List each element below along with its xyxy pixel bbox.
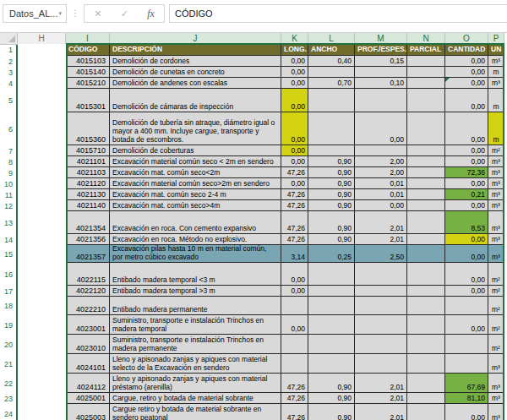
- cell-M15[interactable]: 2,50: [355, 245, 407, 263]
- cell-L22[interactable]: 0,90: [308, 374, 355, 393]
- cell-I24[interactable]: 4025003: [66, 404, 110, 420]
- cell-H20[interactable]: [18, 335, 66, 354]
- cell-L1[interactable]: ANCHO: [308, 44, 355, 56]
- cell-O1[interactable]: CANTIDAD: [445, 44, 488, 56]
- cell-M20[interactable]: [355, 335, 407, 354]
- cell-O5[interactable]: 0,00: [445, 89, 488, 112]
- cell-L9[interactable]: 0,90: [308, 167, 355, 178]
- cell-O7[interactable]: 0,00: [445, 145, 488, 156]
- row-header-12[interactable]: 12: [0, 200, 18, 211]
- cell-K24[interactable]: 47,26: [281, 404, 308, 420]
- cell-I19[interactable]: 4023001: [66, 315, 110, 335]
- cell-H9[interactable]: [18, 167, 66, 178]
- row-header-3[interactable]: 3: [0, 67, 18, 78]
- name-box-dropdown-icon[interactable]: ▾: [58, 10, 62, 17]
- row-header-22[interactable]: 22: [0, 374, 18, 393]
- cell-N4[interactable]: [407, 78, 445, 89]
- cell-O19[interactable]: 0,00: [445, 315, 488, 335]
- cell-M19[interactable]: [355, 315, 407, 335]
- cell-P22[interactable]: m³: [488, 374, 504, 393]
- row-header-7[interactable]: 7: [0, 145, 18, 156]
- cell-H23[interactable]: [18, 393, 66, 404]
- cell-H2[interactable]: [18, 56, 66, 67]
- cell-M23[interactable]: 2,01: [355, 393, 407, 404]
- cell-H5[interactable]: [18, 89, 66, 112]
- cell-M17[interactable]: [355, 286, 407, 297]
- cell-O2[interactable]: 0,00: [445, 56, 488, 67]
- column-header-O[interactable]: O: [445, 33, 488, 45]
- row-header-20[interactable]: 20: [0, 335, 18, 354]
- cell-M24[interactable]: 2,01: [355, 404, 407, 420]
- cell-K3[interactable]: 0,00: [281, 67, 308, 78]
- cell-I4[interactable]: 4015210: [66, 78, 110, 89]
- cell-N1[interactable]: PARCIAL: [407, 44, 445, 56]
- cell-I2[interactable]: 4015103: [66, 56, 110, 67]
- cell-M1[interactable]: PROF./ESPES.: [355, 44, 407, 56]
- cell-L3[interactable]: [308, 67, 355, 78]
- cell-L24[interactable]: 0,90: [308, 404, 355, 420]
- cell-J11[interactable]: Excavación mat. común seco 2-4 m: [110, 189, 281, 200]
- cell-P14[interactable]: m³: [488, 234, 504, 245]
- column-header-I[interactable]: I: [66, 33, 110, 45]
- cell-L6[interactable]: [308, 112, 355, 145]
- cell-I22[interactable]: 4024112: [66, 374, 110, 393]
- row-header-8[interactable]: 8: [0, 156, 18, 167]
- cell-I12[interactable]: 4021140: [66, 200, 110, 211]
- cell-N22[interactable]: [407, 374, 445, 393]
- cell-I21[interactable]: 4024101: [66, 354, 110, 374]
- cell-M6[interactable]: 0,00: [355, 112, 407, 145]
- cell-O20[interactable]: [445, 335, 488, 354]
- cell-O10[interactable]: 0,00: [445, 178, 488, 189]
- cell-K20[interactable]: [281, 335, 308, 354]
- cell-H19[interactable]: [18, 315, 66, 335]
- row-header-2[interactable]: 2: [0, 56, 18, 67]
- cell-H14[interactable]: [18, 234, 66, 245]
- cell-J22[interactable]: Lleno y apisonado zanjas y apiques con m…: [110, 374, 281, 393]
- cell-P17[interactable]: m²: [488, 286, 504, 297]
- cell-P4[interactable]: m³: [488, 78, 504, 89]
- cell-N11[interactable]: [407, 189, 445, 200]
- cell-I1[interactable]: CÓDIGO: [66, 44, 110, 56]
- cell-N9[interactable]: [407, 167, 445, 178]
- cell-K7[interactable]: 0,00: [281, 145, 308, 156]
- cell-K23[interactable]: 47,26: [281, 393, 308, 404]
- cell-L7[interactable]: [308, 145, 355, 156]
- cell-N5[interactable]: [407, 89, 445, 112]
- cell-J9[interactable]: Excavación mat. común seco<2m: [110, 167, 281, 178]
- cell-O14[interactable]: 0,00: [445, 234, 488, 245]
- cell-H21[interactable]: [18, 354, 66, 374]
- cell-P3[interactable]: m: [488, 67, 504, 78]
- cell-K9[interactable]: 47,26: [281, 167, 308, 178]
- cell-L18[interactable]: [308, 297, 355, 315]
- row-header-23[interactable]: 23: [0, 393, 18, 404]
- cell-O24[interactable]: 0,00: [445, 404, 488, 420]
- cell-J14[interactable]: Excavación en roca. Método no explosivo.: [110, 234, 281, 245]
- column-header-M[interactable]: M: [355, 33, 407, 45]
- cell-L19[interactable]: [308, 315, 355, 335]
- cell-K1[interactable]: LONG.: [281, 44, 308, 56]
- cell-L21[interactable]: [308, 354, 355, 374]
- cell-M16[interactable]: [355, 263, 407, 286]
- cell-K21[interactable]: [281, 354, 308, 374]
- cell-I16[interactable]: 4022115: [66, 263, 110, 286]
- cell-N20[interactable]: [407, 335, 445, 354]
- row-header-15[interactable]: 15: [0, 245, 18, 263]
- cell-P5[interactable]: m: [488, 89, 504, 112]
- cell-J10[interactable]: Excavación material común seco>2m en sen…: [110, 178, 281, 189]
- cell-P16[interactable]: m²: [488, 263, 504, 286]
- cell-J5[interactable]: Demolición de cámaras de inspección: [110, 89, 281, 112]
- cell-P12[interactable]: m³: [488, 200, 504, 211]
- select-all-corner[interactable]: [0, 33, 18, 45]
- cell-I17[interactable]: 4022120: [66, 286, 110, 297]
- cell-J19[interactable]: Suministro, transporte e instalación Tri…: [110, 315, 281, 335]
- cell-K2[interactable]: 0,00: [281, 56, 308, 67]
- cell-O8[interactable]: 0,00: [445, 156, 488, 167]
- cell-L13[interactable]: 0,90: [308, 211, 355, 234]
- cell-J13[interactable]: Excavación en roca. Con cemento expansiv…: [110, 211, 281, 234]
- cell-M2[interactable]: 0,15: [355, 56, 407, 67]
- row-header-19[interactable]: 19: [0, 315, 18, 335]
- cell-O16[interactable]: 0,00: [445, 263, 488, 286]
- cell-O9[interactable]: 72,36: [445, 167, 488, 178]
- cell-M5[interactable]: [355, 89, 407, 112]
- cell-O17[interactable]: 0,00: [445, 286, 488, 297]
